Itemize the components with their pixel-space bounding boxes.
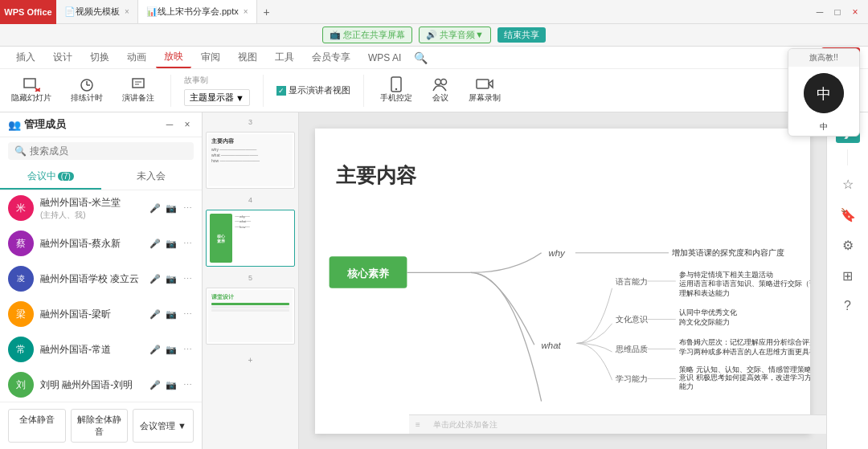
cam-icon[interactable]: 📷 <box>165 237 178 250</box>
tab-add-button[interactable]: + <box>257 6 276 18</box>
list-item[interactable]: 米 融州外国语-米兰堂 (主持人、我) 🎤 📷 ⋯ <box>0 190 202 226</box>
tab-not-joined[interactable]: 未入会 <box>101 165 203 190</box>
presenter-view-checkbox[interactable]: 显示演讲者视图 <box>276 84 350 96</box>
chat-name: 中 <box>788 120 826 136</box>
avatar: 梁 <box>8 301 34 327</box>
close-button[interactable]: × <box>849 6 862 18</box>
ribbon-tab-review[interactable]: 审阅 <box>193 47 228 67</box>
slide-title-text: 主要内容 <box>336 164 417 186</box>
thumb-preview-5: 课堂设计 <box>208 290 293 342</box>
help-icon[interactable]: ? <box>836 294 860 318</box>
mindmap-svg: 主要内容 核心素养 why 增加英语课的探究度和内容广度 wh <box>315 129 810 434</box>
meeting-manage-button[interactable]: 会议管理 ▼ <box>133 409 194 443</box>
list-item[interactable]: 刘 刘明 融州外国语-刘明 🎤 📷 ⋯ <box>0 367 202 402</box>
stop-share-button[interactable]: 结束共享 <box>497 27 546 43</box>
members-panel: 👥 管理成员 ─ × 🔍 会议中(7) 未入会 米 融州外国语-米兰堂 <box>0 112 203 449</box>
more-icon[interactable]: ⋯ <box>181 272 194 285</box>
ribbon-tab-member[interactable]: 会员专享 <box>304 47 358 67</box>
ribbon-tab-view[interactable]: 视图 <box>230 47 265 67</box>
cam-icon[interactable]: 📷 <box>165 308 178 320</box>
why-label: why <box>548 248 566 258</box>
settings-icon[interactable]: ⚙ <box>836 233 860 257</box>
member-icons: 🎤 📷 ⋯ <box>149 202 194 214</box>
core-label: 核心素养 <box>346 267 390 280</box>
add-slide-button[interactable]: + <box>206 356 295 365</box>
tab-in-meeting[interactable]: 会议中(7) <box>0 165 101 190</box>
more-icon[interactable]: ⋯ <box>181 378 194 391</box>
bookmark-icon[interactable]: 🔖 <box>836 202 860 227</box>
ribbon-tabs: 插入 设计 切换 动画 放映 审阅 视图 工具 会员专享 WPS AI 🔍 ☁ … <box>0 47 868 69</box>
member-icons: 🎤 📷 ⋯ <box>149 272 194 285</box>
ribbon-tab-animation[interactable]: 动画 <box>119 47 154 67</box>
search-icon[interactable]: 🔍 <box>414 51 428 64</box>
ribbon-tab-design[interactable]: 设计 <box>45 47 80 67</box>
star-icon[interactable]: ☆ <box>836 172 860 196</box>
mic-icon[interactable]: 🎤 <box>149 237 162 250</box>
mic-icon[interactable]: 🎤 <box>149 343 162 356</box>
tab-video-close[interactable]: × <box>125 7 129 16</box>
ribbon-tab-slideshow[interactable]: 放映 <box>156 47 191 68</box>
cam-icon[interactable]: 📷 <box>165 378 178 391</box>
tab-pptx-close[interactable]: × <box>244 7 248 16</box>
tab-video[interactable]: 📄 视频先模板 × <box>56 0 138 23</box>
minimize-panel-button[interactable]: ─ <box>163 118 176 131</box>
more-icon[interactable]: ⋯ <box>181 308 194 320</box>
audio-share-button[interactable]: 🔊 共享音频▼ <box>419 27 491 43</box>
tab-video-icon: 📄 <box>64 6 76 17</box>
wenhua-item1: 认同中华优秀文化 <box>679 308 737 316</box>
mic-icon[interactable]: 🎤 <box>149 272 162 285</box>
maximize-button[interactable]: □ <box>831 6 844 18</box>
member-icons: 🎤 📷 ⋯ <box>149 378 194 391</box>
member-icons: 🎤 📷 ⋯ <box>149 308 194 320</box>
slide-canvas: 主要内容 核心素养 why 增加英语课的探究度和内容广度 wh <box>299 112 826 449</box>
unmute-all-button[interactable]: 解除全体静音 <box>71 409 129 443</box>
ribbon-tab-tools[interactable]: 工具 <box>267 47 302 67</box>
ribbon-content: 隐藏幻灯片 排练计时 演讲备注 故事制 主题显示器 ▼ 显示演讲者视图 <box>0 69 868 112</box>
member-list: 米 融州外国语-米兰堂 (主持人、我) 🎤 📷 ⋯ 蔡 融州外国语-蔡永新 <box>0 190 202 402</box>
rehearse-button[interactable]: 排练计时 <box>68 76 106 105</box>
hide-slide-button[interactable]: 隐藏幻灯片 <box>8 76 55 105</box>
more-icon[interactable]: ⋯ <box>181 343 194 356</box>
ribbon-tab-ai[interactable]: WPS AI <box>360 49 409 67</box>
phone-control-button[interactable]: 手机控定 <box>377 76 416 105</box>
cam-icon[interactable]: 📷 <box>165 343 178 356</box>
more-icon[interactable]: ⋯ <box>181 202 194 214</box>
yuyan-item3: 理解和表达能力 <box>679 289 730 297</box>
slide-thumbnail-4[interactable]: 核心素养 ──why── ──what── ──how── <box>206 210 295 267</box>
meeting-button[interactable]: 会议 <box>428 76 452 105</box>
phone-icon <box>387 77 405 92</box>
panel-header: 👥 管理成员 ─ × <box>0 112 202 137</box>
screen-record-button[interactable]: 屏幕录制 <box>465 76 504 105</box>
more-icon[interactable]: ⋯ <box>181 237 194 250</box>
plus-icon: + <box>248 356 253 365</box>
mic-icon[interactable]: 🎤 <box>149 378 162 391</box>
audio-icon: 🔊 <box>426 30 437 40</box>
ribbon-sep-2 <box>263 75 264 107</box>
list-item[interactable]: 梁 融州外国语-梁昕 🎤 📷 ⋯ <box>0 296 202 332</box>
main-area: 👥 管理成员 ─ × 🔍 会议中(7) 未入会 米 融州外国语-米兰堂 <box>0 112 868 449</box>
wenhua-label: 文化意识 <box>616 315 648 324</box>
list-item[interactable]: 常 融州外国语-常道 🎤 📷 ⋯ <box>0 332 202 367</box>
speaker-notes-button[interactable]: 演讲备注 <box>119 76 158 105</box>
mic-icon[interactable]: 🎤 <box>149 202 162 214</box>
ribbon-tab-transition[interactable]: 切换 <box>82 47 117 67</box>
close-panel-button[interactable]: × <box>181 118 194 131</box>
presenter-view-dropdown[interactable]: 主题显示器 ▼ <box>184 89 250 106</box>
slide-main: 3 主要内容 why ───────────── what ──────────… <box>203 112 826 449</box>
list-item[interactable]: 凌 融州外国语学校 凌立云 🎤 📷 ⋯ <box>0 261 202 296</box>
search-input[interactable] <box>30 145 187 157</box>
layout-icon[interactable]: ⊞ <box>836 263 860 288</box>
cam-icon[interactable]: 📷 <box>165 202 178 214</box>
mic-icon[interactable]: 🎤 <box>149 308 162 320</box>
slide-thumbnail-5[interactable]: 课堂设计 <box>206 288 295 345</box>
list-item[interactable]: 蔡 融州外国语-蔡永新 🎤 📷 ⋯ <box>0 226 202 261</box>
mute-all-button[interactable]: 全体静音 <box>8 409 66 443</box>
siwei-item2: 学习两种或多种语言的人在思维方面更具有优越性 <box>679 348 810 356</box>
cam-icon[interactable]: 📷 <box>165 272 178 285</box>
slide-thumbnail-3[interactable]: 主要内容 why ───────────── what ────────────… <box>206 132 295 189</box>
ribbon-tab-insert[interactable]: 插入 <box>8 47 43 67</box>
minimize-button[interactable]: ─ <box>813 6 826 18</box>
chat-avatar: 中 <box>804 112 826 113</box>
svg-rect-6 <box>133 79 144 88</box>
tab-pptx[interactable]: 📊 线上宋书分享会.pptx × <box>138 0 257 23</box>
